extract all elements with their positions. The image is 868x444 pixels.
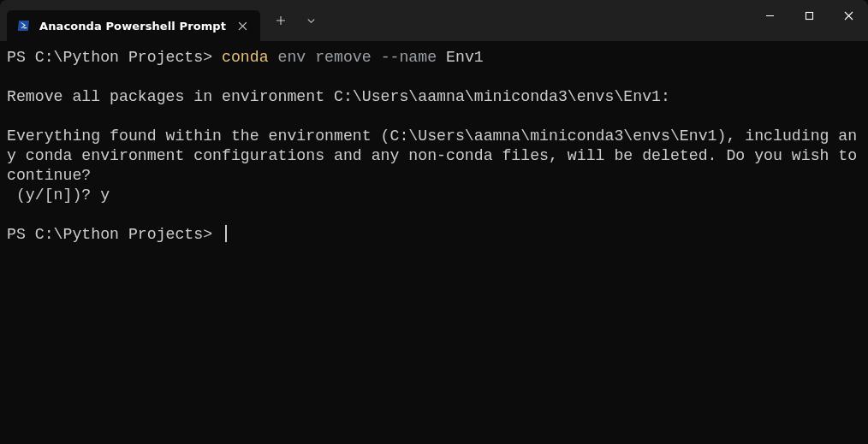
- close-icon: [844, 11, 853, 21]
- output-line-remove: Remove all packages in environment C:\Us…: [7, 88, 670, 105]
- svg-rect-1: [806, 12, 812, 19]
- cmd-token-flag: --name: [381, 49, 437, 66]
- chevron-down-icon: [306, 16, 316, 26]
- tab-close-button[interactable]: [235, 18, 250, 33]
- svg-rect-0: [24, 27, 27, 28]
- minimize-icon: [765, 11, 775, 21]
- cmd-token-env: env: [278, 49, 306, 66]
- close-window-button[interactable]: [829, 0, 868, 31]
- cmd-token-conda: conda: [222, 49, 269, 66]
- tab-dropdown-button[interactable]: [298, 5, 324, 36]
- cmd-token-arg: Env1: [446, 49, 484, 66]
- powershell-icon: [17, 19, 31, 33]
- close-icon: [238, 21, 247, 31]
- new-tab-button[interactable]: [264, 5, 298, 36]
- terminal-output[interactable]: PS C:\Python Projects> conda env remove …: [0, 41, 868, 252]
- output-line-confirm: (y/[n])? y: [7, 186, 110, 204]
- maximize-button[interactable]: [789, 0, 829, 31]
- terminal-cursor: [225, 225, 227, 242]
- prompt-line-2: PS C:\Python Projects>: [7, 226, 222, 243]
- tab-strip: Anaconda Powershell Prompt: [0, 0, 260, 41]
- prompt-line-1: PS C:\Python Projects>: [7, 49, 222, 66]
- titlebar-drag-region[interactable]: [324, 0, 750, 41]
- titlebar: Anaconda Powershell Prompt: [0, 0, 868, 41]
- tab-actions: [264, 0, 324, 41]
- cmd-token-remove: remove: [315, 49, 372, 66]
- output-line-warning: Everything found within the environment …: [7, 127, 866, 184]
- minimize-button[interactable]: [750, 0, 789, 31]
- window-controls: [750, 0, 868, 41]
- tab-active[interactable]: Anaconda Powershell Prompt: [7, 10, 260, 41]
- maximize-icon: [805, 11, 814, 21]
- plus-icon: [276, 15, 286, 26]
- tab-title: Anaconda Powershell Prompt: [39, 20, 226, 33]
